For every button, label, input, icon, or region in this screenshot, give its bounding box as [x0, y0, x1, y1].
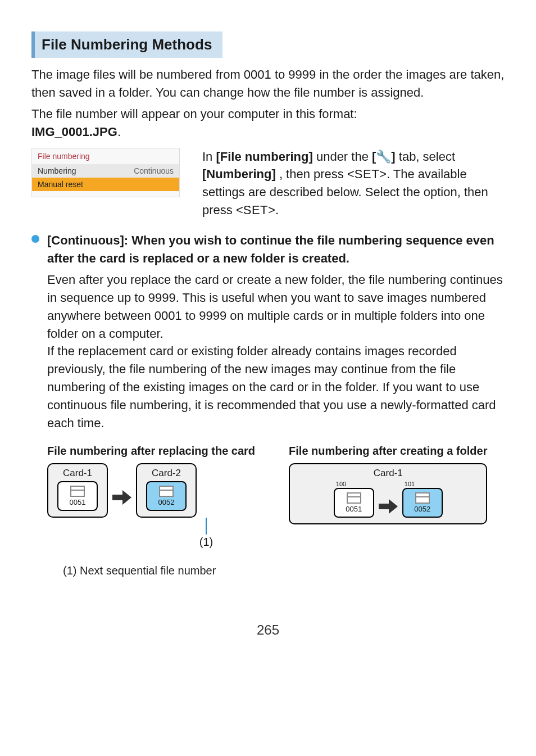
card-label: Card-1: [53, 468, 102, 479]
bullet-dot-icon: [31, 235, 39, 243]
ctx-bracket-open: [: [372, 150, 376, 164]
menu-row-label: Numbering: [38, 166, 134, 175]
set-glyph: SET: [243, 203, 268, 217]
picture-icon: [70, 486, 85, 497]
card-label: Card-1: [296, 468, 480, 479]
bullet-title: [Continuous]: When you wish to continue …: [47, 232, 505, 268]
menu-row-numbering: Numbering Continuous: [32, 164, 179, 178]
menu-row-label: Manual reset: [38, 180, 174, 189]
svg-marker-1: [379, 499, 398, 514]
camera-menu-screenshot: File numbering Numbering Continuous Manu…: [31, 148, 180, 197]
set-glyph: SET: [355, 167, 379, 181]
wrench-icon: 🔧: [376, 148, 391, 166]
ctx-numbering: [Numbering]: [202, 167, 276, 181]
menu-row-value: Continuous: [134, 166, 174, 175]
file-format-example: IMG_0001.JPG: [31, 125, 117, 139]
picture-icon: [347, 492, 361, 504]
intro-paragraph-1: The image files will be numbered from 00…: [31, 66, 505, 102]
diagram-title: File numbering after replacing the card: [47, 443, 255, 459]
context-instructions: In [File numbering] under the [🔧] tab, s…: [202, 148, 505, 220]
page-number: 265: [31, 622, 505, 638]
menu-row-manual-reset: Manual reset: [32, 178, 179, 191]
ctx-text: >.: [268, 203, 279, 217]
card-inner-highlight: 0052: [146, 481, 187, 511]
menu-header: File numbering: [32, 148, 179, 164]
picture-icon: [159, 486, 174, 497]
ctx-text: In: [202, 150, 216, 164]
diagram-title: File numbering after creating a folder: [289, 443, 487, 459]
ctx-text: , then press <: [279, 167, 355, 181]
menu-footer-spacer: [32, 191, 179, 197]
svg-marker-0: [112, 490, 131, 505]
folder-inner: 0051: [334, 488, 374, 518]
card-label: Card-2: [142, 468, 191, 479]
folder-inner-highlight: 0052: [402, 488, 443, 518]
ctx-bracket-close: ]: [391, 150, 395, 164]
file-number: 0051: [62, 498, 93, 506]
file-number: 0052: [151, 498, 182, 506]
card-inner: 0051: [57, 481, 98, 511]
callout-line: [206, 518, 207, 535]
diagram-legend: (1) Next sequential file number: [31, 564, 505, 577]
ctx-text: tab, select: [399, 150, 455, 164]
file-number: 0051: [338, 505, 370, 513]
card-1: Card-1 0051: [47, 463, 108, 518]
ctx-file-numbering: [File numbering]: [216, 150, 312, 164]
card-2: Card-2 0052: [136, 463, 197, 518]
diagram-create-folder: File numbering after creating a folder C…: [289, 443, 487, 549]
intro-paragraph-2: The file number will appear on your comp…: [31, 105, 505, 141]
card-wide: Card-1 100 0051 101: [289, 463, 487, 524]
diagram-replace-card: File numbering after replacing the card …: [47, 443, 255, 549]
bullet-body-p1: Even after you replace the card or creat…: [47, 271, 505, 343]
picture-icon: [415, 492, 430, 504]
intro-p2-prefix: The file number will appear on your comp…: [31, 107, 357, 121]
bullet-body-p2: If the replacement card or existing fold…: [47, 342, 505, 432]
folder-number: 100: [334, 481, 374, 487]
bullet-continuous: [Continuous]: When you wish to continue …: [31, 232, 505, 432]
file-number: 0052: [407, 505, 438, 513]
folder-number: 101: [402, 481, 443, 487]
ctx-text: under the: [316, 150, 372, 164]
callout-number: (1): [157, 536, 255, 549]
intro-p2-suffix: .: [117, 125, 121, 139]
section-title: File Numbering Methods: [31, 31, 222, 58]
